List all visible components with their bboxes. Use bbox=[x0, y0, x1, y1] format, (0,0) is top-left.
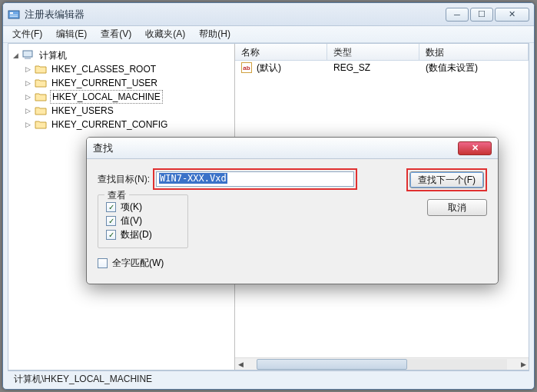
checkbox-checked-icon[interactable]: ✓ bbox=[106, 230, 116, 240]
find-dialog: 查找 ✕ 查找目标(N): WIN7-XXX.Vxd 查找下一个(F) 取消 查… bbox=[86, 137, 499, 284]
find-target-value: WIN7-XXX.Vxd bbox=[159, 173, 227, 184]
svg-rect-4 bbox=[23, 51, 32, 57]
dialog-close-button[interactable]: ✕ bbox=[458, 141, 492, 155]
tree-root[interactable]: ◢ 计算机 bbox=[12, 48, 231, 62]
check-values-row[interactable]: ✓ 值(V) bbox=[106, 214, 180, 228]
find-next-button[interactable]: 查找下一个(F) bbox=[409, 171, 484, 188]
tree-item-label: HKEY_LOCAL_MACHINE bbox=[50, 90, 163, 104]
value-type: REG_SZ bbox=[327, 61, 419, 75]
folder-icon bbox=[35, 64, 47, 75]
col-data[interactable]: 数据 bbox=[419, 44, 529, 60]
look-at-group: 查看 ✓ 项(K) ✓ 值(V) ✓ 数据(D) bbox=[98, 194, 188, 248]
dialog-titlebar: 查找 ✕ bbox=[87, 138, 498, 159]
expand-icon[interactable]: ▷ bbox=[24, 93, 31, 101]
window-title: 注册表编辑器 bbox=[25, 8, 446, 22]
folder-icon bbox=[35, 91, 47, 102]
find-target-label: 查找目标(N): bbox=[98, 173, 150, 186]
tree-root-label: 计算机 bbox=[38, 48, 68, 63]
scroll-thumb[interactable] bbox=[257, 359, 407, 370]
value-data: (数值未设置) bbox=[419, 61, 529, 76]
tree-item-hku[interactable]: ▷ HKEY_USERS bbox=[12, 104, 231, 118]
close-button[interactable]: ✕ bbox=[495, 8, 529, 22]
dialog-body: 查找目标(N): WIN7-XXX.Vxd 查找下一个(F) 取消 查看 ✓ 项… bbox=[87, 159, 498, 284]
scroll-right-icon[interactable]: ▶ bbox=[518, 359, 529, 370]
tree-item-hkcc[interactable]: ▷ HKEY_CURRENT_CONFIG bbox=[12, 118, 231, 131]
svg-rect-1 bbox=[10, 12, 13, 14]
whole-word-label: 全字匹配(W) bbox=[112, 257, 164, 270]
dialog-buttons: 查找下一个(F) 取消 bbox=[406, 168, 487, 216]
checkbox-checked-icon[interactable]: ✓ bbox=[106, 202, 116, 212]
menu-view[interactable]: 查看(V) bbox=[94, 26, 138, 42]
menu-file[interactable]: 文件(F) bbox=[6, 26, 48, 42]
dialog-title: 查找 bbox=[93, 141, 458, 155]
scroll-track[interactable] bbox=[257, 359, 507, 370]
string-value-icon: ab bbox=[241, 62, 252, 73]
window-buttons: ─ ☐ ✕ bbox=[446, 8, 529, 22]
col-name[interactable]: 名称 bbox=[235, 44, 327, 60]
find-target-input[interactable]: WIN7-XXX.Vxd bbox=[156, 171, 354, 187]
expand-icon[interactable]: ▷ bbox=[24, 65, 31, 73]
status-path: 计算机\HKEY_LOCAL_MACHINE bbox=[14, 373, 152, 386]
tree-item-label: HKEY_CURRENT_USER bbox=[50, 77, 159, 89]
tree-item-hkcu[interactable]: ▷ HKEY_CURRENT_USER bbox=[12, 76, 231, 90]
regedit-icon bbox=[8, 8, 20, 21]
menu-help[interactable]: 帮助(H) bbox=[193, 26, 237, 42]
minimize-button[interactable]: ─ bbox=[446, 8, 469, 22]
horizontal-scrollbar[interactable]: ◀ ▶ bbox=[235, 357, 529, 370]
tree-item-label: HKEY_USERS bbox=[50, 105, 115, 117]
group-legend: 查看 bbox=[104, 189, 129, 202]
maximize-button[interactable]: ☐ bbox=[470, 8, 493, 22]
expand-icon[interactable]: ▷ bbox=[24, 107, 31, 115]
highlight-box: WIN7-XXX.Vxd bbox=[153, 168, 357, 190]
menu-bar: 文件(F) 编辑(E) 查看(V) 收藏夹(A) 帮助(H) bbox=[3, 26, 534, 43]
col-type[interactable]: 类型 bbox=[327, 44, 419, 60]
collapse-icon[interactable]: ◢ bbox=[12, 51, 19, 59]
expand-icon[interactable]: ▷ bbox=[24, 79, 31, 87]
check-values-label: 值(V) bbox=[121, 214, 142, 228]
svg-rect-2 bbox=[10, 15, 18, 15]
menu-fav[interactable]: 收藏夹(A) bbox=[139, 26, 191, 42]
svg-rect-3 bbox=[10, 16, 18, 17]
check-data-label: 数据(D) bbox=[121, 228, 152, 241]
check-data-row[interactable]: ✓ 数据(D) bbox=[106, 228, 180, 241]
folder-icon bbox=[35, 78, 47, 88]
value-name: (默认) bbox=[257, 61, 281, 75]
check-keys-label: 项(K) bbox=[121, 201, 142, 214]
titlebar: 注册表编辑器 ─ ☐ ✕ bbox=[3, 3, 534, 26]
tree-item-label: HKEY_CLASSES_ROOT bbox=[50, 63, 157, 75]
scroll-left-icon[interactable]: ◀ bbox=[235, 359, 246, 370]
cancel-button[interactable]: 取消 bbox=[427, 199, 487, 216]
checkbox-checked-icon[interactable]: ✓ bbox=[106, 216, 116, 226]
list-row[interactable]: ab (默认) REG_SZ (数值未设置) bbox=[235, 61, 529, 75]
whole-word-row[interactable]: 全字匹配(W) bbox=[98, 256, 487, 270]
folder-icon bbox=[35, 105, 47, 116]
status-bar: 计算机\HKEY_LOCAL_MACHINE bbox=[8, 370, 529, 387]
svg-rect-5 bbox=[25, 58, 31, 59]
computer-icon bbox=[22, 50, 35, 61]
tree-item-label: HKEY_CURRENT_CONFIG bbox=[50, 118, 169, 131]
tree-item-hkcr[interactable]: ▷ HKEY_CLASSES_ROOT bbox=[12, 62, 231, 76]
highlight-box: 查找下一个(F) bbox=[406, 168, 487, 191]
folder-icon bbox=[35, 119, 47, 130]
tree-item-hklm[interactable]: ▷ HKEY_LOCAL_MACHINE bbox=[12, 90, 231, 104]
list-header: 名称 类型 数据 bbox=[235, 44, 529, 61]
menu-edit[interactable]: 编辑(E) bbox=[50, 26, 93, 42]
expand-icon[interactable]: ▷ bbox=[24, 121, 31, 128]
checkbox-unchecked-icon[interactable] bbox=[98, 258, 108, 268]
